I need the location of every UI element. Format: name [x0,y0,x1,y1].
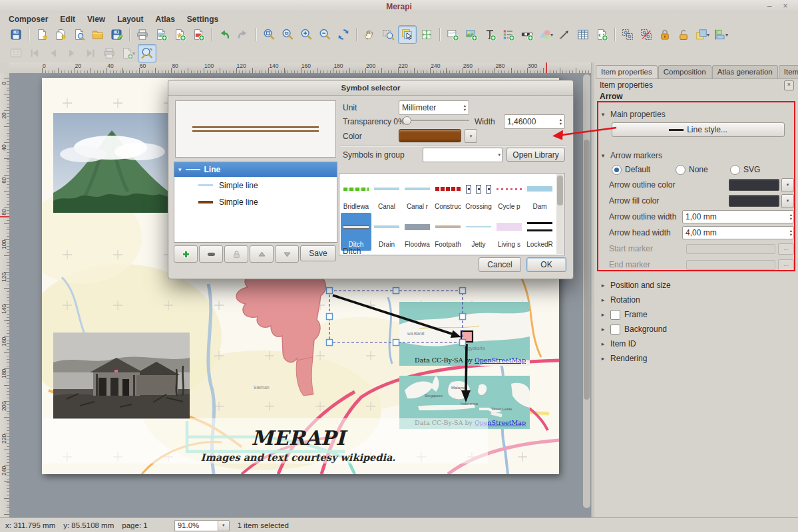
arrow-outline-width-input[interactable]: 1,00 mm ▴▾ [682,210,794,223]
photo-merapi-volcano[interactable] [53,113,168,213]
zoom-actual-size-button[interactable] [279,26,296,43]
add-arrow-button[interactable] [556,26,573,43]
symbol-canal[interactable]: Canal [371,175,402,213]
zoom-full-button[interactable] [260,26,278,43]
arrow-head-width-input[interactable]: 4,00 mm ▴▾ [682,226,794,239]
tree-item-simple-line-1[interactable]: Simple line [174,177,337,194]
start-marker-input[interactable] [686,244,775,254]
zoom-combo[interactable]: 91.0% ▾ [174,520,230,531]
menu-edit[interactable]: Edit [54,14,81,25]
new-composition-button[interactable] [33,26,51,43]
width-input[interactable]: 1,46000 ▴▾ [504,114,565,129]
zoom-region-button[interactable] [379,26,397,43]
end-marker-input[interactable] [686,260,775,270]
canvas-vertical-scrollbar[interactable] [583,74,590,508]
print-atlas-button[interactable] [100,45,118,62]
minimize-icon[interactable]: – [763,1,775,11]
zoom-out-button[interactable] [316,26,333,43]
redo-button[interactable] [234,26,252,43]
symbol-drain[interactable]: Drain [371,213,402,251]
refresh-view-button[interactable] [335,26,352,43]
add-shape-button[interactable]: ▾ [537,26,554,43]
atlas-first-feature-button[interactable] [26,45,43,62]
print-button[interactable] [134,26,151,43]
panel-close-icon[interactable]: × [784,80,794,90]
section-position-and-size[interactable]: ▸Position and size [600,278,794,293]
add-symbol-layer-button[interactable] [174,245,198,263]
move-layer-up-button[interactable] [250,245,274,263]
dropdown-arrow-icon[interactable]: ▾ [498,152,500,158]
spinner-arrows-icon[interactable]: ▴▾ [790,213,793,221]
add-image-button[interactable] [463,26,480,43]
add-new-map-button[interactable] [444,26,461,43]
symbol-floodwa[interactable]: Floodwa [402,213,433,251]
undo-button[interactable] [216,26,233,43]
line-style-button[interactable]: Line style... [612,122,785,137]
add-scalebar-button[interactable] [518,26,536,43]
section-frame[interactable]: ▸Frame [600,307,794,322]
symbol-lockedr[interactable]: LockedR [524,213,555,251]
menu-composer[interactable]: Composer [3,14,54,25]
select-move-item-button[interactable] [398,25,417,44]
cancel-button[interactable]: Cancel [479,257,521,272]
expand-icon[interactable]: ▾ [178,166,182,173]
symbol-dam[interactable]: Dam [524,175,555,213]
unit-combo[interactable]: Millimeter ▴▾ [399,100,469,115]
menu-settings[interactable]: Settings [181,14,224,25]
dialog-title[interactable]: Symbol selector [168,80,573,96]
section-item-id[interactable]: ▸Item ID [600,336,794,351]
tab-atlas-generation[interactable]: Atlas generation [712,65,778,78]
start-marker-browse-button[interactable]: ... [778,243,794,255]
tab-items[interactable]: Items [779,65,798,78]
lock-items-button[interactable] [656,26,674,43]
add-attribute-table-button[interactable] [574,26,592,43]
export-atlas-button[interactable]: ▾ [119,45,136,62]
map-title-label[interactable]: MERAPI [252,426,349,450]
zoom-in-button[interactable] [298,26,315,43]
move-layer-down-button[interactable] [275,245,299,263]
tree-item-simple-line-2[interactable]: Simple line [174,194,337,210]
menu-layout[interactable]: Layout [111,14,149,25]
export-as-image-button[interactable] [152,26,170,43]
save-project-button[interactable] [7,26,25,43]
preview-atlas-button[interactable] [7,45,25,62]
arrow-markers-header[interactable]: ▾ Arrow markers [600,150,794,161]
color-dropdown-icon[interactable]: ▾ [781,178,794,192]
group-items-button[interactable] [619,26,636,43]
zoom-dropdown-icon[interactable]: ▾ [218,520,230,531]
color-swatch[interactable] [399,129,461,142]
export-as-svg-button[interactable] [171,26,188,43]
symbol-footpath[interactable]: Footpath [433,213,463,251]
tab-item-properties[interactable]: Item properties [596,65,658,78]
add-legend-button[interactable] [500,26,517,43]
checkbox[interactable] [610,310,620,320]
main-properties-header[interactable]: ▾ Main properties [600,109,794,120]
spinner-arrows-icon[interactable]: ▴▾ [464,104,467,112]
symbol-ditch[interactable]: Ditch [341,213,371,251]
grid-scrollbar[interactable] [556,174,564,254]
map-credit-label[interactable]: Images and text courtesy wikipedia. [201,452,396,464]
pan-button[interactable] [361,26,378,43]
section-rotation[interactable]: ▸Rotation [600,293,794,307]
transparency-slider[interactable] [403,116,469,125]
atlas-last-feature-button[interactable] [82,45,99,62]
zoom-value[interactable]: 91.0% [174,520,218,531]
add-label-button[interactable] [481,26,499,43]
composition-manager-button[interactable] [71,26,88,43]
tab-composition[interactable]: Composition [658,65,711,78]
save-as-template-button[interactable] [108,26,125,43]
symbol-crossing[interactable]: Crossing [463,175,494,213]
spinner-arrows-icon[interactable]: ▴▾ [560,118,563,126]
atlas-settings-button[interactable] [138,44,156,63]
symbol-construc[interactable]: Construc [433,175,463,213]
arrow-fill-color-swatch[interactable] [729,195,779,207]
save-symbol-button[interactable]: Save [300,245,336,261]
duplicate-composition-button[interactable] [52,26,69,43]
radio-default[interactable] [612,165,622,175]
align-items-button[interactable]: ▾ [712,26,729,43]
menu-atlas[interactable]: Atlas [150,14,181,25]
slider-knob[interactable] [403,116,411,125]
raise-items-button[interactable]: ▾ [694,26,711,43]
symbol-jetty[interactable]: Jetty [463,213,494,251]
radio-svg[interactable] [730,165,740,175]
